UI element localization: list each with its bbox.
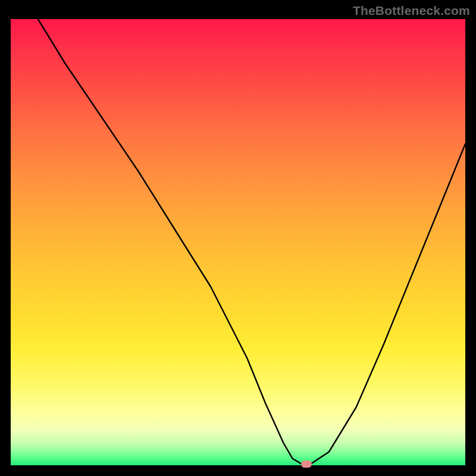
chart-container: TheBottleneck.com (0, 0, 476, 476)
bottleneck-curve (11, 19, 465, 465)
watermark-text: TheBottleneck.com (353, 4, 470, 18)
optimum-marker (301, 461, 312, 468)
plot-area (11, 19, 465, 465)
curve-path (38, 19, 465, 464)
